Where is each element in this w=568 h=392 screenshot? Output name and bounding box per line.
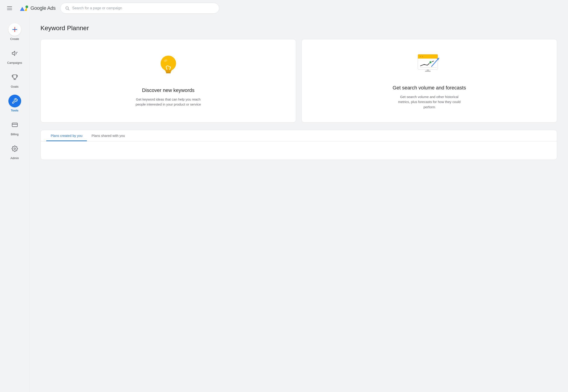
plans-tabs: Plans created by you Plans shared with y… (41, 130, 557, 141)
sidebar-item-goals[interactable]: Goals (2, 69, 27, 91)
chart-illustration (416, 50, 443, 77)
discover-keywords-title: Discover new keywords (142, 87, 194, 94)
svg-rect-15 (166, 72, 171, 73)
discover-keywords-desc: Get keyword ideas that can help you reac… (134, 97, 203, 107)
page-title: Keyword Planner (41, 25, 557, 32)
svg-point-10 (14, 148, 15, 150)
sidebar-admin-label: Admin (11, 156, 19, 160)
campaigns-icon (11, 50, 18, 57)
content-area: Keyword Planner (29, 16, 568, 392)
search-volume-title: Get search volume and forecasts (393, 85, 466, 91)
campaigns-icon-wrap (8, 47, 21, 60)
svg-rect-8 (12, 123, 17, 127)
main-layout: Create Campaigns (0, 16, 568, 392)
svg-rect-13 (165, 70, 172, 71)
search-volume-card[interactable]: Get search volume and forecasts Get sear… (302, 39, 557, 123)
hamburger-line-1 (7, 6, 12, 7)
sidebar-campaigns-label: Campaigns (7, 61, 22, 64)
tools-icon (12, 98, 18, 104)
discover-keywords-card[interactable]: Discover new keywords Get keyword ideas … (41, 39, 296, 123)
admin-icon-wrap (8, 142, 21, 155)
chart-browser-icon (416, 51, 443, 76)
lightbulb-illustration (155, 53, 182, 80)
svg-rect-20 (418, 57, 438, 58)
search-volume-desc: Get search volume and other historical m… (395, 94, 464, 110)
svg-point-11 (161, 56, 176, 71)
svg-point-2 (26, 5, 28, 8)
billing-icon (12, 122, 18, 128)
search-icon (65, 6, 70, 11)
cards-row: Discover new keywords Get keyword ideas … (41, 39, 557, 123)
hamburger-line-3 (7, 10, 12, 10)
svg-point-22 (422, 56, 423, 57)
svg-marker-0 (20, 7, 25, 11)
lightbulb-icon (157, 54, 180, 79)
sidebar: Create Campaigns (0, 16, 29, 392)
hamburger-button[interactable] (4, 3, 15, 13)
sidebar-item-billing[interactable]: Billing (2, 116, 27, 138)
app-name: Google Ads (30, 5, 56, 11)
sidebar-item-tools[interactable]: Tools (2, 92, 27, 114)
search-bar[interactable]: Search for a page or campaign (60, 3, 219, 14)
logo-link[interactable]: Google Ads (19, 4, 56, 13)
hamburger-line-2 (7, 8, 12, 8)
search-placeholder-text: Search for a page or campaign (72, 6, 122, 10)
sidebar-goals-label: Goals (11, 85, 19, 88)
svg-point-24 (429, 61, 432, 64)
goals-icon (12, 74, 18, 80)
svg-line-4 (68, 9, 69, 10)
sidebar-item-campaigns[interactable]: Campaigns (2, 45, 27, 67)
svg-point-21 (420, 56, 421, 57)
svg-rect-14 (166, 71, 171, 72)
tab-plans-created-by-you[interactable]: Plans created by you (46, 130, 87, 141)
plans-content (41, 141, 557, 160)
svg-point-7 (16, 52, 17, 53)
create-icon-circle (8, 23, 21, 36)
sidebar-item-create[interactable]: Create (2, 21, 27, 43)
billing-icon-wrap (8, 118, 21, 131)
tools-icon-circle (8, 95, 21, 107)
goals-icon-wrap (8, 71, 21, 84)
plans-section: Plans created by you Plans shared with y… (41, 130, 557, 160)
sidebar-tools-label: Tools (11, 109, 19, 112)
google-ads-logo-icon (19, 4, 28, 13)
sidebar-item-admin[interactable]: Admin (2, 140, 27, 162)
sidebar-create-label: Create (10, 37, 19, 41)
plus-icon (12, 26, 18, 33)
top-nav: Google Ads Search for a page or campaign (0, 0, 568, 16)
svg-rect-26 (425, 70, 431, 72)
sidebar-billing-label: Billing (11, 133, 19, 136)
admin-icon (12, 145, 18, 152)
tab-plans-shared-with-you[interactable]: Plans shared with you (87, 130, 130, 141)
